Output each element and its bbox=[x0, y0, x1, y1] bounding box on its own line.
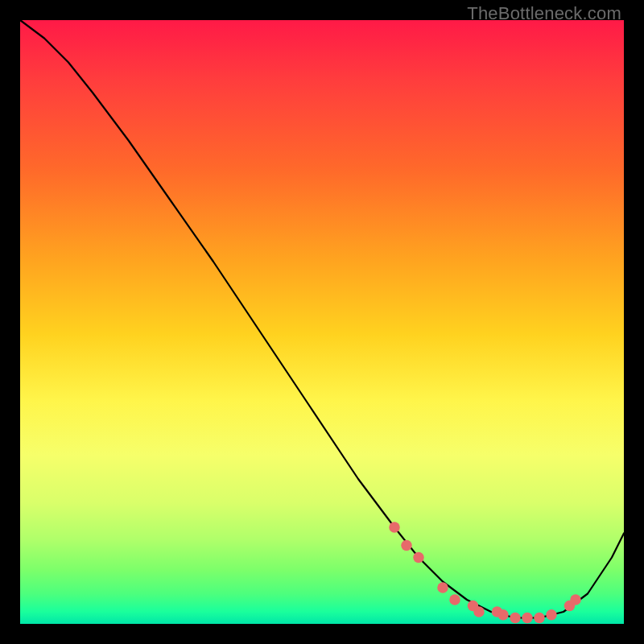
data-marker bbox=[413, 552, 424, 564]
data-marker bbox=[401, 540, 412, 551]
bottleneck-curve bbox=[20, 20, 624, 618]
chart-frame: TheBottleneck.com bbox=[0, 0, 644, 644]
plot-area bbox=[20, 20, 624, 624]
data-marker bbox=[437, 582, 448, 593]
data-marker bbox=[389, 522, 399, 533]
data-marker bbox=[497, 609, 509, 621]
data-marker bbox=[534, 613, 545, 624]
data-marker bbox=[473, 606, 485, 617]
data-marker bbox=[546, 609, 557, 621]
data-marker bbox=[570, 594, 581, 605]
data-marker bbox=[522, 613, 533, 624]
data-marker bbox=[449, 594, 460, 605]
data-marker bbox=[510, 613, 521, 624]
curve-layer bbox=[20, 20, 624, 624]
